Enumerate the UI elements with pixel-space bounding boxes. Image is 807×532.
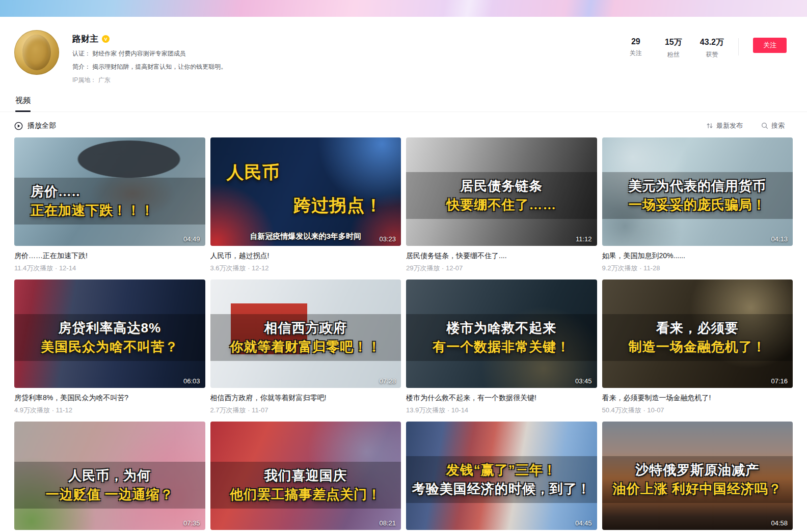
stat-followers[interactable]: 15万 粉丝 (662, 37, 685, 59)
video-thumbnail[interactable]: 相信西方政府 你就等着财富归零吧！！ 07:28 (210, 279, 401, 388)
video-thumbnail[interactable]: 人民币 跨过拐点！ 自新冠疫情爆发以来的3年多时间 03:23 (210, 137, 401, 246)
stat-followers-value: 15万 (662, 37, 685, 48)
video-meta: 2.7万次播放 · 11-07 (210, 406, 401, 415)
video-card[interactable]: 居民债务链条 快要绷不住了…… 11:12 居民债务链条，快要绷不住了.... … (406, 137, 597, 273)
video-title[interactable]: 相信西方政府，你就等着财富归零吧! (210, 393, 401, 403)
video-duration: 07:16 (771, 377, 788, 385)
video-card[interactable]: 看来，必须要 制造一场金融危机了！ 07:16 看来，必须要制造一场金融危机了!… (602, 279, 793, 415)
thumbnail-overlay-text: 房贷利率高达8% 美国民众为啥不叫苦？ (14, 314, 205, 361)
video-duration: 08:21 (379, 519, 396, 527)
stat-likes[interactable]: 43.2万 获赞 (700, 37, 724, 59)
stat-following-label: 关注 (625, 49, 647, 58)
video-duration: 03:45 (575, 377, 592, 385)
video-card[interactable]: 人民币，为何 一边贬值 一边通缩？ 07:35 人民币，为何一边贬值一边通缩? … (14, 422, 205, 532)
search-control[interactable]: 搜索 (761, 121, 785, 130)
video-duration: 03:23 (379, 235, 396, 243)
video-duration: 06:03 (183, 377, 200, 385)
video-duration: 04:13 (771, 235, 788, 243)
video-duration: 07:28 (379, 377, 396, 385)
profile-stats: 29 关注 15万 粉丝 43.2万 获赞 (625, 37, 724, 59)
video-card[interactable]: 人民币 跨过拐点！ 自新冠疫情爆发以来的3年多时间 03:23 人民币，越过拐点… (210, 137, 401, 273)
tab-bar: 视频 (0, 93, 807, 112)
video-duration: 07:35 (183, 519, 200, 527)
video-thumbnail[interactable]: 发钱“赢了”三年！ 考验美国经济的时候，到了！ 04:45 (406, 422, 597, 530)
thumbnail-overlay-text: 我们喜迎国庆 他们罢工搞事差点关门！ (210, 462, 401, 509)
sort-latest-label: 最新发布 (716, 121, 743, 130)
video-title[interactable]: 房价……正在加速下跌! (14, 251, 205, 261)
video-meta: 3.6万次播放 · 12-12 (210, 264, 401, 273)
video-duration: 11:12 (576, 235, 592, 243)
video-title[interactable]: 居民债务链条，快要绷不住了.... (406, 251, 597, 261)
profile-auth: 认证： 财经作家 付费内容测评专家团成员 (72, 49, 227, 58)
video-card[interactable]: 相信西方政府 你就等着财富归零吧！！ 07:28 相信西方政府，你就等着财富归零… (210, 279, 401, 415)
verified-badge-icon: V (102, 35, 110, 43)
search-icon (761, 122, 768, 129)
stat-likes-label: 获赞 (700, 50, 724, 59)
thumbnail-overlay-text: 美元为代表的信用货币 一场妥妥的庞氏骗局！ (602, 172, 793, 219)
thumbnail-overlay-text: 相信西方政府 你就等着财富归零吧！！ (210, 314, 401, 361)
stat-following[interactable]: 29 关注 (625, 37, 647, 59)
tab-videos[interactable]: 视频 (14, 93, 32, 111)
stat-followers-label: 粉丝 (662, 50, 685, 59)
video-duration: 04:45 (575, 519, 592, 527)
video-thumbnail[interactable]: 居民债务链条 快要绷不住了…… 11:12 (406, 137, 597, 246)
video-meta: 13.9万次播放 · 10-14 (406, 406, 597, 415)
profile-header: 路财主 V 认证： 财经作家 付费内容测评专家团成员 简介： 揭示理财陷阱，提高… (0, 17, 807, 85)
sort-latest-control[interactable]: 最新发布 (706, 121, 743, 130)
video-thumbnail[interactable]: 美元为代表的信用货币 一场妥妥的庞氏骗局！ 04:13 (602, 137, 793, 246)
video-title[interactable]: 看来，必须要制造一场金融危机了! (602, 393, 793, 403)
sort-arrows-icon (706, 122, 713, 129)
thumbnail-overlay-text: 楼市为啥救不起来 有一个数据非常关键！ (406, 314, 597, 361)
video-card[interactable]: 我们喜迎国庆 他们罢工搞事差点关门！ 08:21 我们喜迎国庆，他们罢工搞事、政… (210, 422, 401, 532)
stat-following-value: 29 (625, 37, 647, 46)
video-thumbnail[interactable]: 我们喜迎国庆 他们罢工搞事差点关门！ 08:21 (210, 422, 401, 530)
profile-info: 路财主 V 认证： 财经作家 付费内容测评专家团成员 简介： 揭示理财陷阱，提高… (72, 30, 227, 85)
video-thumbnail[interactable]: 楼市为啥救不起来 有一个数据非常关键！ 03:45 (406, 279, 597, 388)
video-thumbnail[interactable]: 看来，必须要 制造一场金融危机了！ 07:16 (602, 279, 793, 388)
toolbar: 播放全部 最新发布 搜索 (0, 121, 807, 130)
video-thumbnail[interactable]: 人民币，为何 一边贬值 一边通缩？ 07:35 (14, 422, 205, 530)
stat-likes-value: 43.2万 (700, 37, 724, 48)
video-thumbnail[interactable]: 房贷利率高达8% 美国民众为啥不叫苦？ 06:03 (14, 279, 205, 388)
video-meta: 9.2万次播放 · 11-28 (602, 264, 793, 273)
search-label: 搜索 (771, 121, 785, 130)
video-thumbnail[interactable]: 房价….. 正在加速下跌！！！ 04:49 (14, 137, 205, 246)
thumbnail-caption: 自新冠疫情爆发以来的3年多时间 (210, 232, 401, 241)
avatar[interactable] (14, 30, 59, 75)
thumbnail-overlay-text: 房价….. 正在加速下跌！！！ (14, 178, 205, 225)
video-card[interactable]: 房贷利率高达8% 美国民众为啥不叫苦？ 06:03 房贷利率8%，美国民众为啥不… (14, 279, 205, 415)
video-title[interactable]: 房贷利率8%，美国民众为啥不叫苦? (14, 393, 205, 403)
video-grid: 房价….. 正在加速下跌！！！ 04:49 房价……正在加速下跌! 11.4万次… (0, 137, 807, 532)
profile-ip-location: IP属地： 广东 (72, 76, 227, 85)
thumbnail-overlay-text: 人民币，为何 一边贬值 一边通缩？ (14, 462, 205, 509)
video-thumbnail[interactable]: 沙特俄罗斯原油减产 油价上涨 利好中国经济吗？ 04:58 (602, 422, 793, 530)
medal-artwork (22, 35, 51, 70)
thumbnail-overlay-text: 发钱“赢了”三年！ 考验美国经济的时候，到了！ (406, 456, 597, 503)
video-card[interactable]: 楼市为啥救不起来 有一个数据非常关键！ 03:45 楼市为什么救不起来，有一个数… (406, 279, 597, 415)
video-duration: 04:49 (183, 235, 200, 243)
video-meta: 29万次播放 · 12-07 (406, 264, 597, 273)
profile-name: 路财主 (72, 33, 98, 45)
thumbnail-overlay-text: 人民币 跨过拐点！ (210, 154, 401, 223)
profile-bio: 简介： 揭示理财陷阱，提高财富认知，让你的钱更聪明。 (72, 63, 227, 71)
video-meta: 11.4万次播放 · 12-14 (14, 264, 205, 273)
video-title[interactable]: 楼市为什么救不起来，有一个数据很关键! (406, 393, 597, 403)
divider (738, 38, 739, 55)
video-card[interactable]: 发钱“赢了”三年！ 考验美国经济的时候，到了！ 04:45 考验美国经济的时候，… (406, 422, 597, 532)
play-circle-icon (14, 122, 23, 130)
video-title[interactable]: 如果，美国加息到20%...... (602, 251, 793, 261)
video-card[interactable]: 美元为代表的信用货币 一场妥妥的庞氏骗局！ 04:13 如果，美国加息到20%.… (602, 137, 793, 273)
follow-button[interactable]: 关注 (753, 38, 787, 53)
profile-banner (0, 0, 807, 17)
play-all-label: 播放全部 (28, 121, 56, 130)
thumbnail-overlay-text: 居民债务链条 快要绷不住了…… (406, 172, 597, 219)
video-title[interactable]: 人民币，越过拐点! (210, 251, 401, 261)
video-card[interactable]: 沙特俄罗斯原油减产 油价上涨 利好中国经济吗？ 04:58 原油，又不安分了! … (602, 422, 793, 532)
video-duration: 04:58 (771, 519, 788, 527)
thumbnail-overlay-text: 看来，必须要 制造一场金融危机了！ (602, 314, 793, 361)
play-all-button[interactable]: 播放全部 (14, 121, 56, 130)
video-card[interactable]: 房价….. 正在加速下跌！！！ 04:49 房价……正在加速下跌! 11.4万次… (14, 137, 205, 273)
thumbnail-overlay-text: 沙特俄罗斯原油减产 油价上涨 利好中国经济吗？ (602, 456, 793, 503)
video-meta: 4.9万次播放 · 11-12 (14, 406, 205, 415)
video-meta: 50.4万次播放 · 10-07 (602, 406, 793, 415)
